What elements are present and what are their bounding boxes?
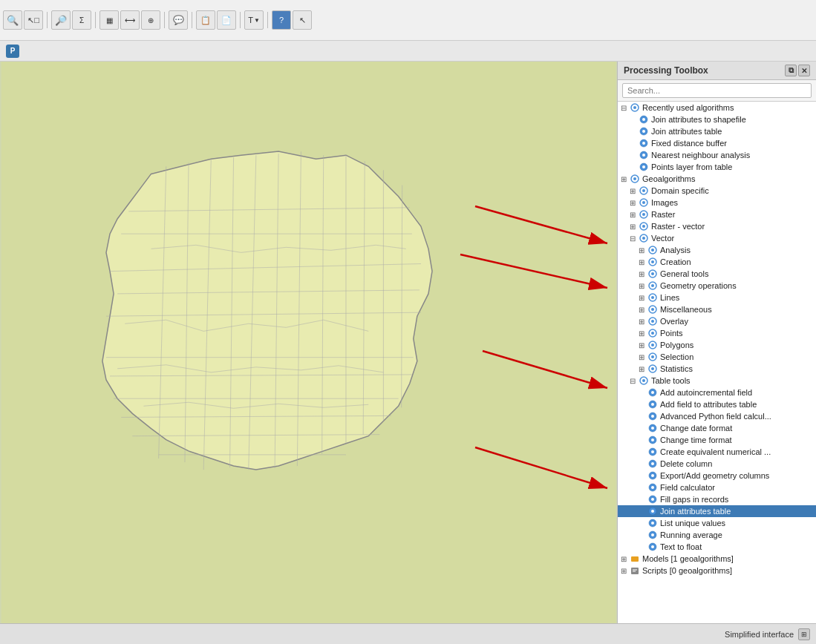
svg-point-48 [642,213,645,216]
toolbar-btn-identify[interactable]: 🔎 [51,10,71,30]
toolbar-btn-arrow[interactable]: ↖ [293,10,312,30]
tree-label-recently-used: Recently used algorithms [642,103,734,112]
svg-point-66 [651,320,654,323]
status-toggle-btn[interactable]: ⊞ [798,628,810,640]
map-area[interactable] [0,62,617,623]
tree-item-lines[interactable]: ⊞ Lines [618,292,816,303]
tree-item-join-attr-shapefile[interactable]: Join attributes to shapefile [618,114,816,125]
tree-item-fixed-distance-buffer[interactable]: Fixed distance buffer [618,137,816,149]
search-input[interactable] [622,83,812,98]
tree-item-raster-vector[interactable]: ⊞ Raster - vector [618,220,816,232]
expand-icon-fixed-distance-buffer [628,139,637,148]
tree-item-analysis[interactable]: ⊞ Analysis [618,244,816,256]
tree-item-recently-used[interactable]: ⊟ Recently used algorithms [618,102,816,114]
tree-item-general-tools[interactable]: ⊞ General tools [618,268,816,280]
expand-icon-polygons: ⊞ [637,341,646,349]
node-icon-nearest-neighbour [639,150,649,160]
svg-point-94 [651,486,654,489]
tree-label-fill-gaps: Fill gaps in records [660,495,728,504]
tree-item-polygons[interactable]: ⊞ Polygons [618,339,816,351]
tree-label-field-calculator: Field calculator [660,483,715,492]
tree-item-join-attr-table2[interactable]: Join attributes table [618,505,816,517]
tree-item-geometry-ops[interactable]: ⊞ Geometry operations [618,280,816,292]
expand-icon-models: ⊞ [619,554,628,563]
tree-item-models[interactable]: ⊞ Models [1 geoalgorithms] [618,553,816,565]
expand-icon-lines: ⊞ [637,293,646,302]
tree-item-add-field-attr[interactable]: Add field to attributes table [618,398,816,410]
tree-item-create-equivalent[interactable]: Create equivalent numerical ... [618,446,816,458]
tree-item-fill-gaps[interactable]: Fill gaps in records [618,493,816,505]
toolbar-btn-sum[interactable]: Σ [72,10,91,30]
toolbar-btn-select[interactable]: ↖□ [24,10,43,30]
node-icon-geoalgorithms [630,174,640,184]
tree-item-points[interactable]: ⊞ Points [618,327,816,339]
svg-point-52 [642,237,645,240]
toolbar-btn-clip[interactable]: 📋 [196,10,215,30]
toolbar-btn-text[interactable]: T ▼ [244,10,264,30]
expand-icon-domain-specific: ⊞ [628,186,637,195]
tree-label-list-unique: List unique values [660,519,725,528]
toolbar-btn-zoom[interactable]: 🔍 [3,10,22,30]
svg-point-68 [651,332,654,335]
toolbar-btn-more1[interactable]: ⊕ [141,10,160,30]
tree-label-join-attr-table: Join attributes table [651,127,722,136]
toolbox-restore-btn[interactable]: ⧉ [785,65,797,76]
tree-item-export-add-geom[interactable]: Export/Add geometry columns [618,470,816,482]
svg-point-56 [651,260,654,263]
svg-point-40 [642,165,645,168]
tree-item-vector[interactable]: ⊟ Vector [618,232,816,244]
tree-item-creation[interactable]: ⊞ Creation [618,256,816,268]
expand-icon-selection: ⊞ [637,352,646,361]
tree-item-statistics[interactable]: ⊞ Statistics [618,363,816,375]
node-icon-fill-gaps [647,494,658,505]
node-icon-add-field-attr [647,399,658,410]
tree-item-advanced-python[interactable]: Advanced Python field calcul... [618,410,816,422]
tree-item-table-tools[interactable]: ⊟ Table tools [618,375,816,387]
tree-label-join-attr-table2: Join attributes table [660,507,731,516]
expand-icon-field-calculator [637,483,646,492]
tree-item-overlay[interactable]: ⊞ Overlay [618,315,816,327]
expand-icon-list-unique [637,519,646,528]
tree-item-geoalgorithms[interactable]: ⊞ Geoalgorithms [618,173,816,185]
tree-item-domain-specific[interactable]: ⊞ Domain specific [618,185,816,197]
node-icon-export-add-geom [647,470,658,481]
svg-point-36 [642,142,645,145]
tree-item-list-unique[interactable]: List unique values [618,517,816,529]
tree-item-raster[interactable]: ⊞ Raster [618,208,816,220]
tree-label-creation: Creation [660,257,691,266]
svg-point-104 [651,545,654,548]
tree-item-images[interactable]: ⊞ Images [618,197,816,208]
tree-item-add-autoincremental[interactable]: Add autoincremental field [618,387,816,398]
toolbox-close-btn[interactable]: ✕ [798,65,810,76]
tree-item-miscellaneous[interactable]: ⊞ Miscellaneous [618,303,816,315]
toolbar-btn-copy[interactable]: 📄 [217,10,236,30]
tree-item-change-time[interactable]: Change time format [618,434,816,446]
tree-label-analysis: Analysis [660,246,691,254]
tree-item-selection[interactable]: ⊞ Selection [618,351,816,363]
tree-container[interactable]: ⊟ Recently used algorithms Join attribut… [618,102,816,623]
expand-icon-scripts: ⊞ [619,566,628,575]
tree-item-delete-column[interactable]: Delete column [618,458,816,470]
expand-icon-change-date [637,424,646,433]
tree-item-change-date[interactable]: Change date format [618,422,816,434]
svg-point-62 [651,296,654,299]
node-icon-creation [647,257,658,267]
expand-icon-text-to-float [637,542,646,551]
node-icon-lines [647,292,658,303]
svg-point-54 [651,249,654,252]
toolbar-btn-help[interactable]: ? [272,10,291,30]
tree-item-field-calculator[interactable]: Field calculator [618,482,816,493]
toolbar-btn-stats[interactable]: ⟷ [120,10,140,30]
python-icon[interactable]: P [6,45,19,58]
tree-item-points-layer-table[interactable]: Points layer from table [618,161,816,173]
node-icon-geometry-ops [647,280,658,291]
tree-item-scripts[interactable]: ⊞ Scripts [0 geoalgorithms] [618,565,816,576]
svg-point-78 [651,391,654,394]
tree-item-join-attr-table[interactable]: Join attributes table [618,125,816,137]
tree-item-text-to-float[interactable]: Text to float [618,541,816,553]
node-icon-vector [639,233,649,243]
toolbar-btn-table[interactable]: ▦ [99,10,119,30]
tree-item-running-average[interactable]: Running average [618,529,816,541]
toolbar-btn-comment[interactable]: 💬 [169,10,188,30]
tree-item-nearest-neighbour[interactable]: Nearest neighbour analysis [618,149,816,161]
